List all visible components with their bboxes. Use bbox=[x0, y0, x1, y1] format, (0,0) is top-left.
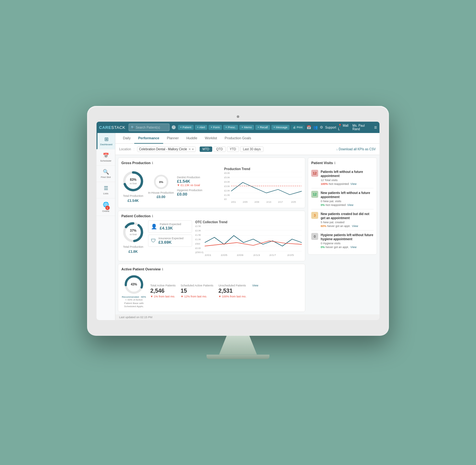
sidebar-item-find-slot[interactable]: 🔍 Find Slot bbox=[97, 166, 115, 182]
location-selector[interactable]: Celebration Dental - Mallory Circle ✕ ▾ bbox=[137, 147, 196, 152]
total-production-value: £1.54K bbox=[128, 199, 139, 202]
visit-details-3: New patients created but did not get an … bbox=[321, 212, 374, 228]
production-chart-svg: 2/01 2/05 2/09 2/13 2/17 2/25 bbox=[231, 172, 302, 203]
visit-badge-1: 12 bbox=[311, 170, 318, 177]
otc-chart-svg: 2/01 2/05 2/09 2/13 2/17 2/25 bbox=[205, 225, 302, 257]
period-last30[interactable]: Last 30 days bbox=[240, 147, 264, 152]
tab-huddle[interactable]: Huddle bbox=[183, 133, 201, 144]
collection-donut-svg: 37% vs Goal bbox=[121, 220, 145, 244]
calendar-icon[interactable]: 📅 bbox=[307, 125, 311, 130]
menu-icon[interactable]: ☰ bbox=[374, 126, 377, 129]
tab-worklist[interactable]: Worklist bbox=[201, 133, 221, 144]
svg-text:2/17: 2/17 bbox=[278, 201, 283, 203]
topbar: CARESTACK 🔍 🕐 + Patient + Alert + Form +… bbox=[97, 122, 379, 133]
gross-production-content: 83% vs Goal Total Production £1.54K bbox=[121, 167, 302, 205]
gross-production-info-icon[interactable]: ℹ bbox=[152, 161, 153, 165]
patient-visits-title: Patient Visits ℹ bbox=[311, 161, 374, 165]
svg-text:2/01: 2/01 bbox=[231, 201, 236, 203]
visit-details-1: Patients left without a future appointme… bbox=[321, 170, 374, 185]
location-chevron-icon[interactable]: ▾ bbox=[192, 147, 194, 151]
svg-text:2/13: 2/13 bbox=[267, 201, 271, 203]
active-patient-content: 43% Recommended : 90% < 43% of Active Pa… bbox=[121, 274, 302, 308]
print-button[interactable]: 🖨 Print bbox=[291, 125, 305, 130]
production-details: Dentist Production £1.54K ▼ £1.13K vs Go… bbox=[177, 176, 221, 197]
svg-text:2/25: 2/25 bbox=[291, 201, 296, 203]
support-label[interactable]: Support bbox=[325, 126, 336, 129]
sidebar-label-dashboard: Dashboard bbox=[100, 143, 112, 146]
status-bar: Last updated on 02:15 PM bbox=[115, 314, 379, 320]
active-donut-area: 43% Recommended : 90% < 43% of Active Pa… bbox=[121, 274, 147, 308]
visit-badge-2: 12 bbox=[311, 191, 318, 198]
location-clear-icon[interactable]: ✕ bbox=[188, 147, 191, 151]
content-area: Daily Performance Planner Huddle Worklis… bbox=[115, 133, 379, 320]
chart-y-axis: £6.0K£5.0K£4.0K£3.0K£2.0K£1.0K£0 bbox=[224, 172, 230, 205]
add-recall-button[interactable]: + Recall bbox=[255, 125, 270, 130]
otc-chart-svg-wrapper: 2/01 2/05 2/09 2/13 2/17 2/25 bbox=[205, 225, 302, 258]
location-label[interactable]: 📍 Mall L bbox=[338, 124, 351, 131]
search-icon: 🔍 bbox=[131, 126, 135, 129]
tab-performance[interactable]: Performance bbox=[134, 133, 163, 144]
otc-chart-with-labels: £2.5K£2.0K£1.5K£1.0K£500£0.00(£500.0) bbox=[195, 225, 302, 258]
sidebar-item-online[interactable]: 🌐 1 Online bbox=[97, 198, 115, 216]
logo-care: CARE bbox=[99, 125, 111, 130]
svg-text:83%: 83% bbox=[130, 178, 136, 181]
add-patient-button[interactable]: + Patient bbox=[178, 125, 194, 130]
csv-download-link[interactable]: ↓ Download all KPIs as CSV bbox=[336, 147, 376, 151]
svg-text:0%: 0% bbox=[159, 181, 163, 184]
add-form-button[interactable]: + Form bbox=[208, 125, 222, 130]
svg-text:2/25: 2/25 bbox=[287, 254, 294, 257]
sidebar-item-scheduler[interactable]: 📅 Scheduler bbox=[97, 149, 115, 166]
users-icon[interactable]: 👥 bbox=[313, 125, 318, 130]
sidebar-item-dashboard[interactable]: ⊞ Dashboard bbox=[97, 133, 115, 149]
visit-view-link-1[interactable]: View bbox=[351, 182, 357, 185]
visit-details-2: New patients left without a future appoi… bbox=[321, 191, 374, 207]
unscheduled-view-link[interactable]: View bbox=[252, 284, 258, 287]
add-memo-button[interactable]: + Memo bbox=[239, 125, 254, 130]
filter-bar: Location : Celebration Dental - Mallory … bbox=[115, 144, 379, 155]
dentist-production-item: Dentist Production £1.54K ▼ £1.13K vs Go… bbox=[177, 176, 221, 187]
collection-total-value: £1.8K bbox=[129, 250, 138, 253]
app-body: ⊞ Dashboard 📅 Scheduler 🔍 Find Slot ☰ Li… bbox=[97, 133, 379, 320]
patient-collection-info-icon[interactable]: ℹ bbox=[152, 214, 153, 218]
monitor-screen: CARESTACK 🔍 🕐 + Patient + Alert + Form +… bbox=[97, 122, 379, 320]
visit-badge-3: 3 bbox=[311, 212, 318, 219]
inhouse-value: £0.00 bbox=[157, 195, 165, 199]
svg-text:2/17: 2/17 bbox=[269, 254, 276, 257]
active-patient-panel: Active Patient Overview ℹ 43% bbox=[118, 264, 305, 312]
user-label[interactable]: Ms. Paul Rand bbox=[352, 124, 372, 131]
patient-collection-content: 37% vs Goal Total Production £1.8K bbox=[121, 220, 302, 258]
search-input[interactable] bbox=[136, 126, 167, 129]
search-bar[interactable]: 🔍 bbox=[129, 124, 169, 131]
inhouse-donut-container: 0% In-House Production £0.00 bbox=[148, 173, 174, 199]
sidebar-item-lists[interactable]: ☰ Lists bbox=[97, 182, 115, 198]
tab-daily[interactable]: Daily bbox=[119, 133, 134, 144]
svg-text:vs Goal: vs Goal bbox=[130, 182, 137, 185]
tab-planner[interactable]: Planner bbox=[163, 133, 183, 144]
settings-icon[interactable]: ⚙ bbox=[320, 125, 323, 130]
find-slot-icon: 🔍 bbox=[103, 169, 109, 175]
svg-text:2/05: 2/05 bbox=[243, 201, 248, 203]
visit-view-link-4[interactable]: View bbox=[351, 246, 357, 249]
period-qtd[interactable]: QTD bbox=[213, 147, 226, 152]
svg-text:vs Goal: vs Goal bbox=[130, 233, 137, 235]
add-message-button[interactable]: + Message bbox=[271, 125, 290, 130]
sidebar: ⊞ Dashboard 📅 Scheduler 🔍 Find Slot ☰ Li… bbox=[97, 133, 115, 320]
tab-production-goals[interactable]: Production Goals bbox=[221, 133, 255, 144]
period-ytd[interactable]: YTD bbox=[227, 147, 239, 152]
period-mtd[interactable]: MTD bbox=[200, 147, 212, 152]
visit-view-link-3[interactable]: View bbox=[352, 224, 358, 228]
add-presc-button[interactable]: + Presc. bbox=[223, 125, 238, 130]
dashboard-content: Gross Production ℹ 83 bbox=[115, 155, 379, 314]
otc-trend-chart: OTC Collection Trend £2.5K£2.0K£1.5K£1.0… bbox=[195, 220, 302, 258]
patient-visits-info-icon[interactable]: ℹ bbox=[334, 161, 335, 165]
production-trend-chart: Production Trend £6.0K£5.0K£4.0K£3.0K£2.… bbox=[224, 167, 302, 205]
online-badge: 1 bbox=[105, 206, 110, 210]
collection-donut: 37% vs Goal Total Production £1.8K bbox=[121, 220, 145, 253]
visit-view-link-2[interactable]: View bbox=[347, 203, 353, 207]
svg-text:2/05: 2/05 bbox=[221, 254, 227, 257]
last-updated-label: Last updated on 02:15 PM bbox=[119, 316, 152, 319]
main-panels: Gross Production ℹ 83 bbox=[118, 158, 305, 312]
gross-production-title: Gross Production ℹ bbox=[121, 161, 302, 165]
active-patient-info-icon[interactable]: ℹ bbox=[162, 268, 163, 271]
add-alert-button[interactable]: + Alert bbox=[195, 125, 208, 130]
